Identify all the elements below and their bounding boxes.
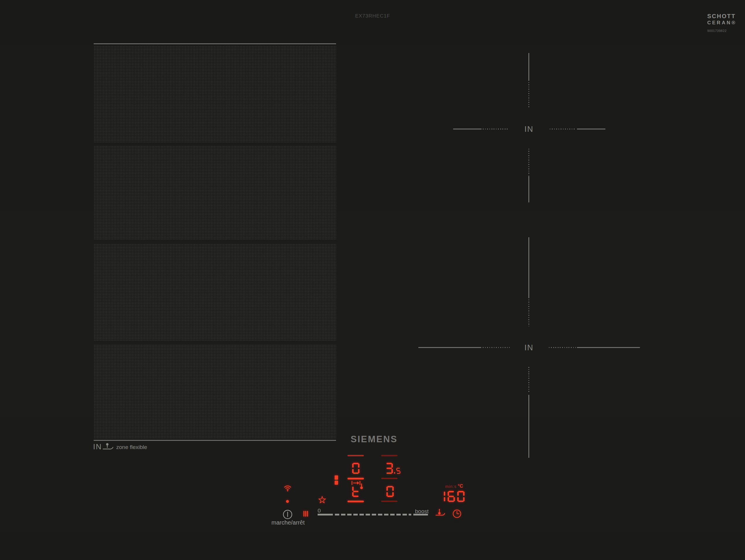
flex-zone-section-4: [94, 344, 336, 439]
slider-max-label[interactable]: boost: [415, 508, 428, 515]
timer-unit-time-label: min:s: [445, 484, 456, 489]
right-secondary-display: [386, 486, 394, 497]
flex-function-display: [352, 486, 359, 497]
right-display-mid-bar: [381, 478, 397, 479]
zbr-line-h-dot-left: [483, 347, 510, 348]
warming-bars-icon[interactable]: [303, 510, 308, 517]
flex-zone-section-1: [94, 46, 336, 142]
power-label: marche/arrêt: [271, 519, 304, 526]
zbr-line-v-dot-top: [528, 300, 529, 326]
ztr-line-v-dot-bottom: [528, 149, 529, 176]
ztr-line-v-solid-bottom: [528, 176, 529, 203]
flex-zone: [94, 43, 336, 441]
power-icon[interactable]: [283, 509, 292, 519]
flex-zone-section-2: [94, 146, 336, 240]
slider-track-dashes[interactable]: [335, 514, 411, 516]
zbr-line-h-solid-right: [577, 347, 640, 348]
timer-value-display: [438, 491, 464, 502]
timer-clock-icon[interactable]: [452, 509, 462, 519]
wifi-icon[interactable]: [284, 485, 292, 492]
ztr-line-v-dot-top: [528, 82, 529, 108]
zbr-line-v-solid-top: [528, 237, 529, 298]
model-number: EX73RHEC1F: [355, 13, 390, 19]
ztr-in-label: IN: [525, 125, 533, 134]
star-icon[interactable]: [318, 496, 326, 504]
flex-zone-top-border: [94, 43, 336, 44]
cooktop-surface: EX73RHEC1F SCHOTT CERAN® 9001739822 IN z…: [0, 0, 745, 560]
flex-zone-bottom-border: [94, 440, 336, 441]
ztr-line-h-solid-left: [453, 129, 482, 129]
flex-segment-indicator-icon: [334, 475, 338, 485]
flex-zone-in-label: IN: [93, 442, 102, 452]
right-display-bottom-bar: [381, 501, 397, 502]
zbr-line-h-solid-left: [418, 347, 481, 348]
right-level-display: [386, 463, 400, 474]
flex-zone-name-label: zone flexible: [116, 444, 147, 450]
pan-sensor-icon: [102, 443, 114, 451]
schott-logo-line1: SCHOTT: [707, 13, 737, 20]
counter-edge-strip: [0, 540, 745, 560]
timer-unit-temp-label: °C: [458, 484, 463, 489]
brand-logo: SIEMENS: [351, 434, 398, 445]
slider-track-start[interactable]: [318, 514, 333, 516]
zbr-line-h-dot-right: [549, 347, 576, 348]
cooking-sensor-icon[interactable]: [435, 508, 446, 517]
slider-min-label[interactable]: 0: [318, 507, 321, 514]
ztr-line-v-solid-top: [528, 53, 529, 81]
right-display-top-bar: [381, 455, 397, 456]
flex-display-top-bar: [348, 455, 364, 456]
status-led-icon: [286, 500, 289, 503]
ztr-line-h-solid-right: [577, 129, 605, 129]
thermometer-icon: [360, 483, 363, 490]
ztr-line-h-dot-right: [550, 129, 576, 129]
flex-display-mid-bar: [348, 478, 364, 479]
glass-serial-number: 9001739822: [707, 29, 737, 32]
zbr-line-v-solid-bottom: [528, 395, 529, 458]
zbr-in-label: IN: [525, 343, 533, 352]
zbr-line-v-dot-bottom: [528, 367, 529, 393]
flex-level-display: [352, 463, 359, 474]
pan-width-arrow-icon: [352, 481, 360, 485]
schott-ceran-logo: SCHOTT CERAN® 9001739822: [707, 13, 737, 32]
ztr-line-h-dot-left: [483, 129, 509, 129]
flex-zone-section-3: [94, 244, 336, 341]
schott-logo-line2: CERAN®: [707, 20, 737, 26]
flex-display-bottom-bar: [348, 501, 364, 502]
